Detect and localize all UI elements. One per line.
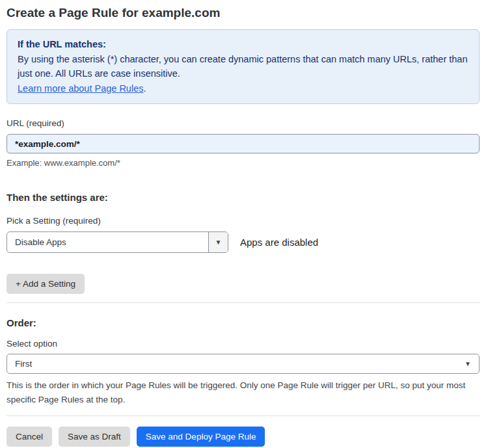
url-example-text: Example: www.example.com/* bbox=[7, 158, 480, 168]
setting-row: Disable Apps ▼ Apps are disabled bbox=[7, 231, 480, 253]
page-title: Create a Page Rule for example.com bbox=[7, 6, 480, 20]
info-box-body-text: By using the asterisk (*) character, you… bbox=[18, 54, 468, 79]
chevron-down-icon: ▼ bbox=[215, 239, 222, 246]
order-help-text: This is the order in which your Page Rul… bbox=[7, 378, 480, 407]
pick-setting-label: Pick a Setting (required) bbox=[7, 216, 480, 226]
info-box-body: By using the asterisk (*) character, you… bbox=[18, 52, 468, 96]
order-section-heading: Order: bbox=[7, 317, 480, 328]
save-deploy-button[interactable]: Save and Deploy Page Rule bbox=[137, 427, 265, 447]
url-field-label: URL (required) bbox=[7, 118, 480, 128]
section-divider bbox=[7, 302, 480, 303]
order-select[interactable]: First ▼ bbox=[7, 354, 480, 374]
link-suffix: . bbox=[143, 83, 146, 94]
save-draft-button[interactable]: Save as Draft bbox=[59, 427, 130, 447]
url-input[interactable] bbox=[7, 134, 480, 153]
order-select-label: Select option bbox=[7, 339, 480, 349]
setting-dropdown-caret-button[interactable]: ▼ bbox=[208, 232, 228, 252]
info-box-heading: If the URL matches: bbox=[18, 37, 468, 52]
add-setting-button[interactable]: + Add a Setting bbox=[7, 274, 85, 294]
setting-dropdown-value: Disable Apps bbox=[7, 232, 208, 252]
url-matches-info-box: If the URL matches: By using the asteris… bbox=[7, 29, 480, 104]
setting-dropdown[interactable]: Disable Apps ▼ bbox=[7, 231, 228, 253]
footer-divider bbox=[7, 415, 480, 416]
page-rule-form: Create a Page Rule for example.com If th… bbox=[0, 0, 488, 447]
setting-status-text: Apps are disabled bbox=[240, 237, 318, 248]
cancel-button[interactable]: Cancel bbox=[7, 427, 52, 447]
chevron-down-icon: ▼ bbox=[465, 361, 471, 367]
order-select-value: First bbox=[15, 359, 32, 369]
learn-more-link[interactable]: Learn more about Page Rules bbox=[18, 83, 143, 94]
settings-section-heading: Then the settings are: bbox=[7, 192, 480, 203]
footer-actions: Cancel Save as Draft Save and Deploy Pag… bbox=[7, 427, 480, 447]
